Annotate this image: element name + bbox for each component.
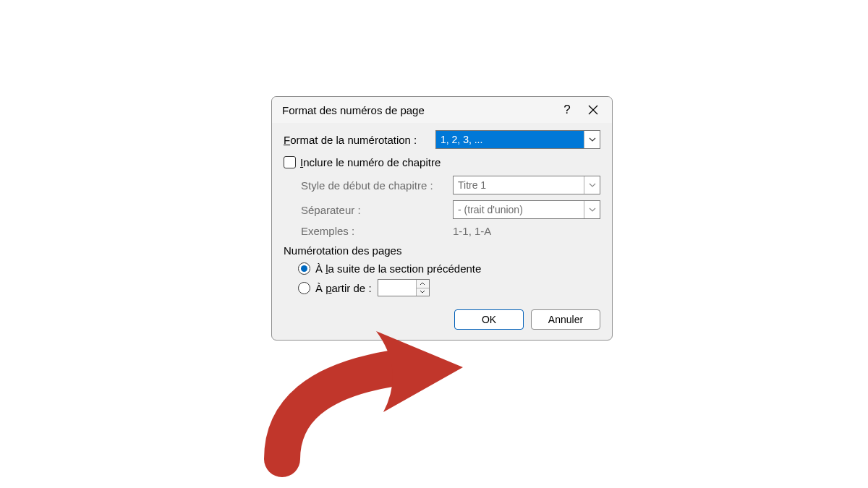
chevron-down-icon [420, 290, 425, 294]
include-chapter-checkbox[interactable] [284, 156, 296, 168]
separator-dropdown-button[interactable] [584, 201, 600, 218]
start-at-radio-row[interactable]: À partir de : [298, 279, 600, 296]
examples-row: Exemples : 1-1, 1-A [301, 225, 600, 237]
close-icon [588, 105, 598, 115]
dialog-title: Format des numéros de page [282, 104, 554, 116]
annotation-arrow [253, 318, 492, 477]
continue-label: À la suite de la section précédente [315, 262, 481, 275]
format-value: 1, 2, 3, ... [436, 131, 584, 148]
start-at-radio[interactable] [298, 282, 310, 294]
chevron-down-icon [589, 137, 596, 142]
pagenum-section-title: Numérotation des pages [284, 244, 600, 257]
dialog-body: Format de la numérotation : 1, 2, 3, ...… [272, 123, 612, 340]
chapter-options: Style de début de chapitre : Titre 1 Sép… [301, 176, 600, 237]
format-dropdown-button[interactable] [584, 131, 600, 148]
separator-value: - (trait d'union) [454, 201, 584, 218]
format-combobox[interactable]: 1, 2, 3, ... [435, 130, 600, 149]
separator-combobox[interactable]: - (trait d'union) [453, 200, 600, 219]
spinner-up[interactable] [417, 280, 429, 288]
chevron-up-icon [420, 282, 425, 286]
close-button[interactable] [580, 100, 606, 120]
chapter-style-combobox[interactable]: Titre 1 [453, 176, 600, 194]
chapter-style-dropdown-button[interactable] [584, 176, 600, 194]
start-at-input[interactable] [378, 280, 416, 296]
help-button[interactable]: ? [554, 100, 580, 120]
spinner-down[interactable] [417, 288, 429, 296]
examples-label: Exemples : [301, 225, 453, 237]
separator-label: Séparateur : [301, 204, 453, 216]
format-label: Format de la numérotation : [284, 134, 435, 146]
include-chapter-row[interactable]: Inclure le numéro de chapitre [284, 156, 600, 168]
dialog-titlebar: Format des numéros de page ? [272, 97, 612, 123]
examples-value: 1-1, 1-A [453, 225, 491, 237]
spinner-buttons [416, 280, 429, 296]
chapter-style-row: Style de début de chapitre : Titre 1 [301, 176, 600, 194]
chapter-style-label: Style de début de chapitre : [301, 179, 453, 192]
ok-button[interactable]: OK [454, 309, 524, 330]
chevron-down-icon [589, 183, 596, 187]
format-row: Format de la numérotation : 1, 2, 3, ... [284, 130, 600, 149]
page-number-format-dialog: Format des numéros de page ? Format de l… [271, 96, 613, 341]
chevron-down-icon [589, 207, 596, 212]
separator-row: Séparateur : - (trait d'union) [301, 200, 600, 219]
start-at-spinner[interactable] [378, 279, 430, 296]
cancel-button[interactable]: Annuler [531, 309, 600, 330]
chapter-style-value: Titre 1 [454, 176, 584, 194]
continue-radio-row[interactable]: À la suite de la section précédente [298, 262, 600, 275]
include-chapter-label: Inclure le numéro de chapitre [300, 156, 441, 168]
start-at-label: À partir de : [315, 282, 372, 294]
dialog-footer: OK Annuler [284, 309, 600, 330]
continue-radio[interactable] [298, 262, 310, 275]
